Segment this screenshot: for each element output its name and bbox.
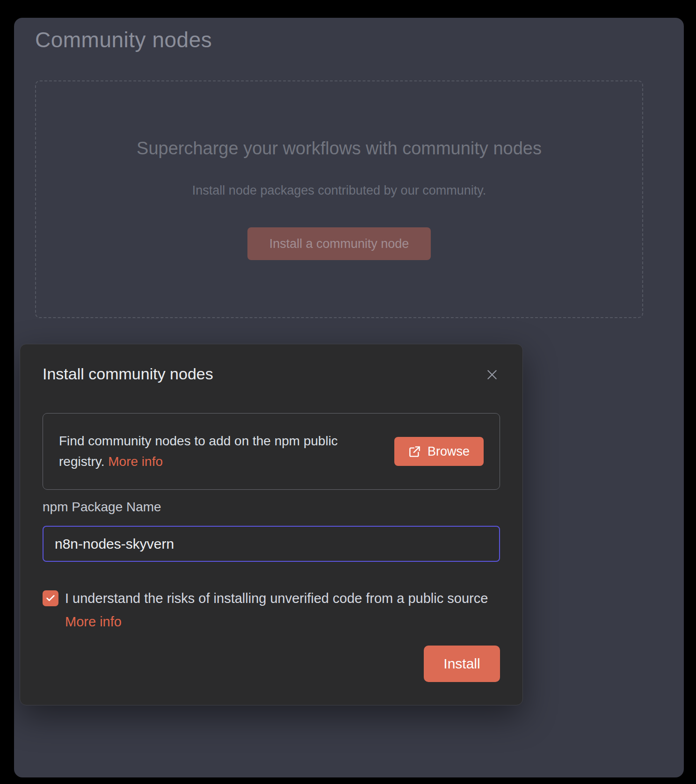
- browse-button-label: Browse: [428, 444, 470, 459]
- close-icon[interactable]: [486, 369, 498, 381]
- install-community-nodes-modal: Install community nodes Find community n…: [20, 344, 523, 705]
- risk-checkbox[interactable]: [43, 590, 58, 606]
- install-community-node-button[interactable]: Install a community node: [247, 227, 431, 260]
- checkmark-icon: [45, 593, 56, 603]
- risk-more-info-link[interactable]: More info: [65, 614, 122, 629]
- notice-text-content: Find community nodes to add on the npm p…: [59, 434, 338, 469]
- risk-checkbox-label: I understand the risks of installing unv…: [65, 589, 500, 607]
- npm-package-name-label: npm Package Name: [43, 500, 161, 515]
- risk-label-body: I understand the risks of installing unv…: [65, 589, 500, 631]
- empty-state-heading: Supercharge your workflows with communit…: [36, 138, 642, 159]
- notice-text: Find community nodes to add on the npm p…: [59, 431, 368, 472]
- browse-button[interactable]: Browse: [394, 437, 484, 466]
- empty-state-subtitle: Install node packages contributed by our…: [36, 183, 642, 198]
- modal-title: Install community nodes: [43, 365, 213, 383]
- page-title: Community nodes: [35, 27, 212, 52]
- risk-acknowledgement-row: I understand the risks of installing unv…: [43, 589, 501, 631]
- community-nodes-empty-state: Supercharge your workflows with communit…: [35, 80, 643, 318]
- notice-more-info-link[interactable]: More info: [108, 454, 163, 469]
- npm-package-name-input[interactable]: [43, 526, 500, 562]
- external-link-icon: [408, 445, 421, 458]
- npm-registry-notice: Find community nodes to add on the npm p…: [43, 413, 500, 490]
- install-button[interactable]: Install: [424, 646, 500, 682]
